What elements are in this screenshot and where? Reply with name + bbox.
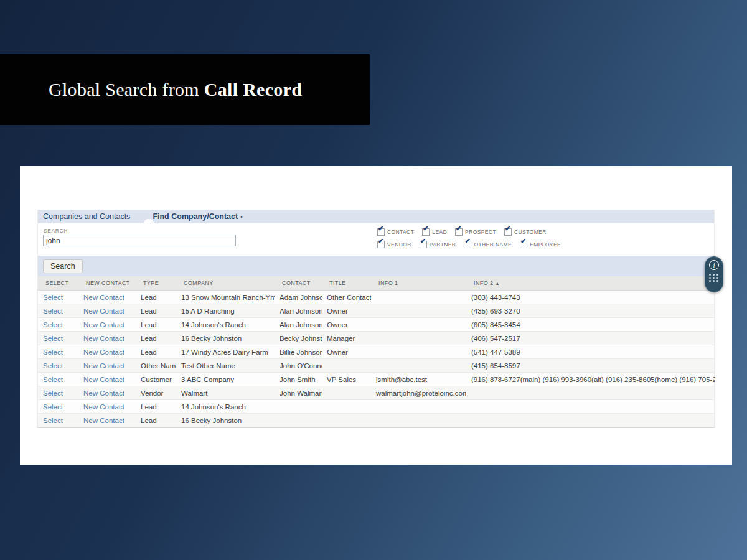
checkbox-checked-icon[interactable]: ✔: [520, 241, 527, 248]
filter-employee[interactable]: ✔EMPLOYEE: [520, 241, 561, 248]
cell-company: 14 Johnson's Ranch: [176, 403, 275, 411]
filter-row-1: ✔CONTACT ✔LEAD ✔PROSPECT ✔CUSTOMER: [377, 226, 569, 238]
new-contact-link[interactable]: New Contact: [83, 376, 125, 383]
column-header-contact[interactable]: CONTACT: [275, 280, 322, 286]
new-contact-link[interactable]: New Contact: [83, 321, 125, 329]
select-link[interactable]: Select: [43, 390, 63, 397]
cell-company: 13 Snow Mountain Ranch-Ymca: [176, 294, 275, 301]
select-link[interactable]: Select: [43, 348, 63, 356]
cell-title: Other Contacts: [322, 294, 371, 301]
select-link[interactable]: Select: [43, 403, 63, 411]
column-header-select[interactable]: SELECT: [38, 280, 78, 286]
column-header-title[interactable]: TITLE: [322, 280, 371, 286]
column-header-company[interactable]: COMPANY: [176, 280, 275, 286]
column-header-info2[interactable]: INFO 2▲: [466, 280, 715, 286]
search-input[interactable]: [43, 235, 236, 246]
cell-company: 14 Johnson's Ranch: [176, 321, 275, 329]
check-icon: ✔: [456, 225, 461, 232]
tab-bar: Companies and Contacts Find Company/Cont…: [38, 210, 714, 223]
select-link[interactable]: Select: [43, 307, 63, 315]
cell-title: Manager: [322, 335, 371, 342]
cell-title: Owner: [322, 307, 371, 315]
tab-accesskey: o: [49, 212, 53, 221]
column-header-info1[interactable]: INFO 1: [371, 280, 466, 286]
cell-contact: Adam Johnson: [275, 294, 322, 301]
info-icon[interactable]: i: [709, 260, 719, 270]
slide-title-regular: Global Search from: [49, 79, 204, 100]
cell-info2: (435) 693-3270: [466, 307, 715, 315]
select-link[interactable]: Select: [43, 376, 63, 383]
tab-companies-and-contacts[interactable]: Companies and Contacts: [43, 212, 130, 221]
checkbox-checked-icon[interactable]: ✔: [455, 228, 463, 236]
filter-other-name[interactable]: ✔OTHER NAME: [464, 241, 512, 248]
sort-ascending-icon: ▲: [495, 281, 499, 286]
check-icon: ✔: [464, 238, 470, 245]
new-contact-link[interactable]: New Contact: [83, 362, 125, 370]
select-link[interactable]: Select: [43, 294, 63, 301]
filter-vendor[interactable]: ✔VENDOR: [377, 241, 411, 248]
cell-type: Lead: [136, 348, 176, 356]
filter-label: PARTNER: [430, 241, 456, 248]
cell-type: Lead: [136, 321, 176, 329]
search-button[interactable]: Search: [43, 259, 83, 273]
tab-dropdown-bullet-icon: •: [240, 213, 243, 220]
side-toolbar-widget[interactable]: i: [705, 256, 723, 292]
new-contact-link[interactable]: New Contact: [83, 403, 125, 411]
app-panel: Companies and Contacts Find Company/Cont…: [20, 166, 732, 465]
column-header-new-contact[interactable]: NEW CONTACT: [78, 280, 136, 286]
cell-title: VP Sales: [322, 376, 371, 383]
new-contact-link[interactable]: New Contact: [83, 335, 125, 342]
cell-type: Customer: [136, 376, 176, 383]
filter-prospect[interactable]: ✔PROSPECT: [455, 228, 496, 236]
new-contact-link[interactable]: New Contact: [83, 390, 125, 397]
cell-info2: (916) 878-6727(main) (916) 993-3960(alt)…: [466, 376, 715, 383]
search-field-label: SEARCH: [44, 228, 68, 234]
table-header-row: SELECT NEW CONTACT TYPE COMPANY CONTACT …: [38, 276, 714, 291]
filter-label: CUSTOMER: [514, 229, 547, 235]
cell-type: Vendor: [136, 390, 176, 397]
column-header-type[interactable]: TYPE: [136, 280, 176, 286]
new-contact-link[interactable]: New Contact: [83, 307, 125, 315]
filter-lead[interactable]: ✔LEAD: [422, 228, 447, 236]
cell-title: Owner: [322, 321, 371, 329]
filter-label: PROSPECT: [465, 229, 496, 235]
checkbox-checked-icon[interactable]: ✔: [420, 241, 427, 248]
cell-contact: Alan Johnson: [275, 307, 322, 315]
select-link[interactable]: Select: [43, 321, 63, 329]
checkbox-checked-icon[interactable]: ✔: [377, 228, 385, 236]
cell-contact: John O'Connor: [275, 362, 322, 370]
checkbox-checked-icon[interactable]: ✔: [464, 241, 471, 248]
check-icon: ✔: [420, 238, 426, 245]
tab-label-part: ind Company/Contact: [157, 212, 238, 221]
filter-label: OTHER NAME: [474, 241, 512, 248]
table-row: Select New Contact Lead 16 Becky Johnsto…: [38, 414, 714, 427]
cell-title: Owner: [322, 348, 371, 356]
tab-accesskey: F: [153, 212, 157, 221]
tab-find-company-contact[interactable]: Find Company/Contact•: [153, 212, 242, 221]
new-contact-link[interactable]: New Contact: [83, 294, 125, 301]
cell-info2: (415) 654-8597: [466, 362, 715, 370]
filter-contact[interactable]: ✔CONTACT: [377, 228, 414, 236]
select-link[interactable]: Select: [43, 362, 63, 370]
cell-company: 15 A D Ranching: [176, 307, 275, 315]
checkbox-checked-icon[interactable]: ✔: [422, 228, 430, 236]
check-icon: ✔: [378, 238, 383, 245]
new-contact-link[interactable]: New Contact: [83, 348, 125, 356]
cell-info1: walmartjohn@proteloinc.com: [371, 390, 466, 397]
new-contact-link[interactable]: New Contact: [83, 417, 125, 424]
cell-info1: jsmith@abc.test: [371, 376, 466, 383]
slide-title: Global Search from Call Record: [0, 79, 302, 100]
cell-type: Lead: [136, 307, 176, 315]
search-button-bar: Search: [38, 256, 714, 276]
dialpad-grid-icon[interactable]: [709, 274, 719, 282]
filter-partner[interactable]: ✔PARTNER: [420, 241, 456, 248]
checkbox-checked-icon[interactable]: ✔: [377, 241, 385, 248]
table-row: Select New Contact Lead 13 Snow Mountain…: [38, 291, 714, 304]
select-link[interactable]: Select: [43, 335, 63, 342]
filter-customer[interactable]: ✔CUSTOMER: [504, 228, 547, 236]
cell-company: Walmart: [176, 390, 275, 397]
select-link[interactable]: Select: [43, 417, 63, 424]
search-form: SEARCH ✔CONTACT ✔LEAD ✔PROSPECT ✔CUSTOME…: [38, 223, 714, 256]
table-row: Select New Contact Lead 17 Windy Acres D…: [38, 345, 714, 359]
checkbox-checked-icon[interactable]: ✔: [504, 228, 512, 236]
